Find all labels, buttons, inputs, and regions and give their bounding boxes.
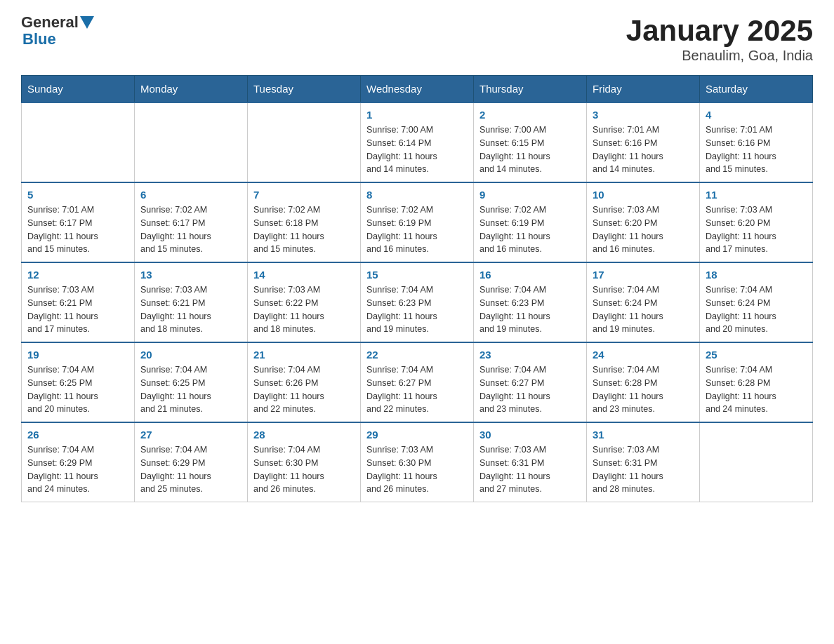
day-header-tuesday: Tuesday [248, 76, 361, 103]
calendar-cell: 27Sunrise: 7:04 AM Sunset: 6:29 PM Dayli… [135, 422, 248, 502]
day-number: 10 [593, 189, 694, 201]
calendar-week-1: 1Sunrise: 7:00 AM Sunset: 6:14 PM Daylig… [22, 102, 813, 182]
calendar-cell: 23Sunrise: 7:04 AM Sunset: 6:27 PM Dayli… [474, 342, 587, 422]
day-info: Sunrise: 7:04 AM Sunset: 6:23 PM Dayligh… [479, 283, 581, 336]
calendar-table: SundayMondayTuesdayWednesdayThursdayFrid… [21, 75, 813, 502]
calendar-title: January 2025 [626, 14, 813, 48]
day-number: 4 [706, 109, 807, 121]
day-header-friday: Friday [587, 76, 700, 103]
calendar-cell: 16Sunrise: 7:04 AM Sunset: 6:23 PM Dayli… [474, 262, 587, 342]
day-info: Sunrise: 7:04 AM Sunset: 6:24 PM Dayligh… [593, 283, 694, 336]
day-number: 3 [593, 109, 694, 121]
calendar-cell: 30Sunrise: 7:03 AM Sunset: 6:31 PM Dayli… [474, 422, 587, 502]
calendar-cell [248, 102, 361, 182]
day-info: Sunrise: 7:04 AM Sunset: 6:24 PM Dayligh… [706, 283, 807, 336]
title-area: January 2025 Benaulim, Goa, India [626, 14, 813, 64]
calendar-cell: 28Sunrise: 7:04 AM Sunset: 6:30 PM Dayli… [248, 422, 361, 502]
calendar-cell: 5Sunrise: 7:01 AM Sunset: 6:17 PM Daylig… [22, 182, 135, 262]
calendar-cell: 4Sunrise: 7:01 AM Sunset: 6:16 PM Daylig… [700, 102, 813, 182]
calendar-week-4: 19Sunrise: 7:04 AM Sunset: 6:25 PM Dayli… [22, 342, 813, 422]
day-number: 8 [366, 189, 468, 201]
calendar-cell: 19Sunrise: 7:04 AM Sunset: 6:25 PM Dayli… [22, 342, 135, 422]
calendar-cell: 21Sunrise: 7:04 AM Sunset: 6:26 PM Dayli… [248, 342, 361, 422]
calendar-cell [700, 422, 813, 502]
calendar-header: SundayMondayTuesdayWednesdayThursdayFrid… [22, 76, 813, 103]
calendar-cell: 29Sunrise: 7:03 AM Sunset: 6:30 PM Dayli… [361, 422, 474, 502]
day-info: Sunrise: 7:02 AM Sunset: 6:17 PM Dayligh… [140, 203, 241, 256]
calendar-cell [135, 102, 248, 182]
day-info: Sunrise: 7:04 AM Sunset: 6:29 PM Dayligh… [140, 443, 241, 496]
day-number: 18 [706, 269, 807, 281]
day-info: Sunrise: 7:04 AM Sunset: 6:27 PM Dayligh… [479, 363, 581, 416]
calendar-cell: 11Sunrise: 7:03 AM Sunset: 6:20 PM Dayli… [700, 182, 813, 262]
calendar-body: 1Sunrise: 7:00 AM Sunset: 6:14 PM Daylig… [22, 102, 813, 502]
calendar-week-2: 5Sunrise: 7:01 AM Sunset: 6:17 PM Daylig… [22, 182, 813, 262]
day-number: 24 [593, 349, 694, 361]
calendar-cell: 8Sunrise: 7:02 AM Sunset: 6:19 PM Daylig… [361, 182, 474, 262]
day-number: 27 [140, 429, 241, 441]
calendar-cell: 3Sunrise: 7:01 AM Sunset: 6:16 PM Daylig… [587, 102, 700, 182]
day-info: Sunrise: 7:04 AM Sunset: 6:28 PM Dayligh… [706, 363, 807, 416]
day-number: 6 [140, 189, 241, 201]
day-info: Sunrise: 7:04 AM Sunset: 6:26 PM Dayligh… [253, 363, 355, 416]
logo-blue-text: Blue [22, 30, 56, 48]
day-info: Sunrise: 7:03 AM Sunset: 6:20 PM Dayligh… [593, 203, 694, 256]
day-info: Sunrise: 7:02 AM Sunset: 6:19 PM Dayligh… [479, 203, 581, 256]
day-number: 15 [366, 269, 468, 281]
day-number: 11 [706, 189, 807, 201]
day-number: 12 [27, 269, 128, 281]
day-number: 5 [27, 189, 128, 201]
calendar-cell: 18Sunrise: 7:04 AM Sunset: 6:24 PM Dayli… [700, 262, 813, 342]
calendar-cell: 22Sunrise: 7:04 AM Sunset: 6:27 PM Dayli… [361, 342, 474, 422]
day-info: Sunrise: 7:04 AM Sunset: 6:28 PM Dayligh… [593, 363, 694, 416]
calendar-cell: 26Sunrise: 7:04 AM Sunset: 6:29 PM Dayli… [22, 422, 135, 502]
calendar-cell: 20Sunrise: 7:04 AM Sunset: 6:25 PM Dayli… [135, 342, 248, 422]
day-number: 25 [706, 349, 807, 361]
calendar-cell: 14Sunrise: 7:03 AM Sunset: 6:22 PM Dayli… [248, 262, 361, 342]
day-info: Sunrise: 7:04 AM Sunset: 6:23 PM Dayligh… [366, 283, 468, 336]
day-info: Sunrise: 7:04 AM Sunset: 6:30 PM Dayligh… [253, 443, 355, 496]
logo-triangle-icon [80, 16, 94, 30]
page-header: General Blue January 2025 Benaulim, Goa,… [21, 14, 813, 64]
day-header-monday: Monday [135, 76, 248, 103]
day-number: 26 [27, 429, 128, 441]
calendar-cell: 31Sunrise: 7:03 AM Sunset: 6:31 PM Dayli… [587, 422, 700, 502]
day-info: Sunrise: 7:03 AM Sunset: 6:21 PM Dayligh… [140, 283, 241, 336]
day-info: Sunrise: 7:03 AM Sunset: 6:31 PM Dayligh… [479, 443, 581, 496]
day-number: 22 [366, 349, 468, 361]
day-info: Sunrise: 7:03 AM Sunset: 6:30 PM Dayligh… [366, 443, 468, 496]
calendar-cell: 2Sunrise: 7:00 AM Sunset: 6:15 PM Daylig… [474, 102, 587, 182]
calendar-cell: 12Sunrise: 7:03 AM Sunset: 6:21 PM Dayli… [22, 262, 135, 342]
day-number: 20 [140, 349, 241, 361]
day-info: Sunrise: 7:04 AM Sunset: 6:25 PM Dayligh… [140, 363, 241, 416]
day-info: Sunrise: 7:01 AM Sunset: 6:17 PM Dayligh… [27, 203, 128, 256]
calendar-cell: 13Sunrise: 7:03 AM Sunset: 6:21 PM Dayli… [135, 262, 248, 342]
calendar-week-3: 12Sunrise: 7:03 AM Sunset: 6:21 PM Dayli… [22, 262, 813, 342]
calendar-week-5: 26Sunrise: 7:04 AM Sunset: 6:29 PM Dayli… [22, 422, 813, 502]
day-info: Sunrise: 7:03 AM Sunset: 6:22 PM Dayligh… [253, 283, 355, 336]
day-info: Sunrise: 7:04 AM Sunset: 6:29 PM Dayligh… [27, 443, 128, 496]
calendar-cell: 10Sunrise: 7:03 AM Sunset: 6:20 PM Dayli… [587, 182, 700, 262]
day-header-wednesday: Wednesday [361, 76, 474, 103]
day-number: 17 [593, 269, 694, 281]
day-number: 16 [479, 269, 581, 281]
day-number: 30 [479, 429, 581, 441]
logo: General Blue [21, 14, 94, 48]
day-info: Sunrise: 7:02 AM Sunset: 6:18 PM Dayligh… [253, 203, 355, 256]
day-number: 31 [593, 429, 694, 441]
calendar-cell: 15Sunrise: 7:04 AM Sunset: 6:23 PM Dayli… [361, 262, 474, 342]
day-number: 23 [479, 349, 581, 361]
day-header-saturday: Saturday [700, 76, 813, 103]
calendar-cell: 6Sunrise: 7:02 AM Sunset: 6:17 PM Daylig… [135, 182, 248, 262]
calendar-cell: 25Sunrise: 7:04 AM Sunset: 6:28 PM Dayli… [700, 342, 813, 422]
day-number: 21 [253, 349, 355, 361]
day-info: Sunrise: 7:02 AM Sunset: 6:19 PM Dayligh… [366, 203, 468, 256]
day-info: Sunrise: 7:04 AM Sunset: 6:25 PM Dayligh… [27, 363, 128, 416]
calendar-cell: 24Sunrise: 7:04 AM Sunset: 6:28 PM Dayli… [587, 342, 700, 422]
day-info: Sunrise: 7:01 AM Sunset: 6:16 PM Dayligh… [593, 123, 694, 176]
calendar-cell: 9Sunrise: 7:02 AM Sunset: 6:19 PM Daylig… [474, 182, 587, 262]
day-headers-row: SundayMondayTuesdayWednesdayThursdayFrid… [22, 76, 813, 103]
calendar-cell [22, 102, 135, 182]
calendar-subtitle: Benaulim, Goa, India [626, 48, 813, 64]
svg-marker-0 [80, 16, 94, 29]
